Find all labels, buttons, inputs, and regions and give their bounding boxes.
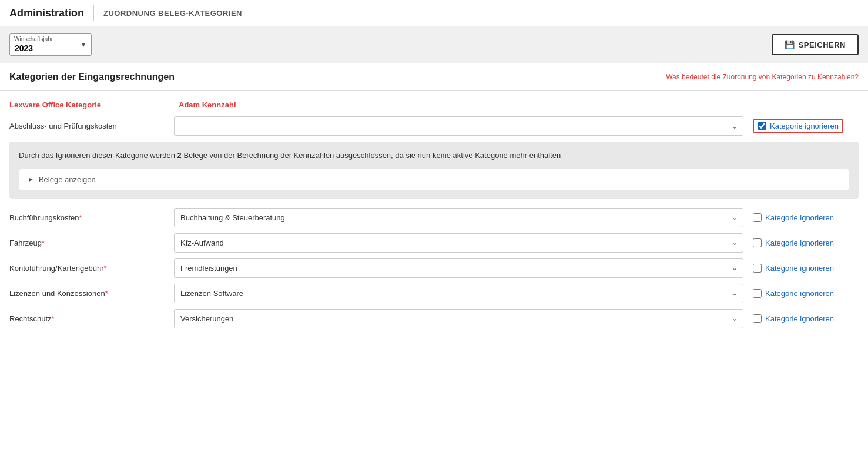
col-header-lexware: Lexware Office Kategorie: [9, 100, 174, 109]
ignore-checkbox-1[interactable]: [753, 213, 762, 222]
category-select-wrapper-3: Fremdleistungen Buchhaltung & Steuerbera…: [174, 258, 743, 278]
header-divider: [93, 5, 94, 21]
page-title: ZUORDNUNG BELEG-KATEGORIEN: [103, 9, 242, 18]
category-select-2[interactable]: Kfz-Aufwand Buchhaltung & Steuerberatung…: [174, 233, 743, 253]
category-select-wrapper-5: Versicherungen Buchhaltung & Steuerberat…: [174, 309, 743, 328]
toolbar: Wirtschaftsjahr 2021 2022 2023 2024 ▼ 💾 …: [0, 26, 868, 63]
ignore-checkbox-4[interactable]: [753, 289, 762, 298]
section-title: Kategorien der Eingangsrechnungen: [9, 72, 175, 82]
category-label-4: Lizenzen und Konzessionen*: [9, 289, 174, 298]
year-select-wrapper: Wirtschaftsjahr 2021 2022 2023 2024 ▼: [9, 33, 92, 56]
ignore-wrapper-4: Kategorie ignorieren: [753, 289, 859, 298]
chevron-right-icon: ►: [28, 176, 34, 183]
belege-toggle[interactable]: ► Belege anzeigen: [19, 169, 849, 190]
ignore-label-2[interactable]: Kategorie ignorieren: [765, 238, 834, 247]
category-select-5[interactable]: Versicherungen Buchhaltung & Steuerberat…: [174, 309, 743, 328]
category-select-wrapper-0: Buchhaltung & Steuerberatung Kfz-Aufwand…: [174, 116, 743, 136]
main-content: Kategorien der Eingangsrechnungen Was be…: [0, 63, 868, 344]
ignore-checkbox-0[interactable]: [758, 122, 766, 130]
category-row-2: Fahrzeug* Kfz-Aufwand Buchhaltung & Steu…: [9, 233, 859, 253]
ignore-checkbox-3[interactable]: [753, 264, 762, 273]
category-row-0: Abschluss- und Prüfungskosten Buchhaltun…: [9, 116, 859, 136]
category-label-1: Buchführungskosten*: [9, 213, 174, 222]
category-select-wrapper-4: Lizenzen Software Buchhaltung & Steuerbe…: [174, 284, 743, 303]
save-label: SPEICHERN: [799, 41, 846, 49]
column-headers: Lexware Office Kategorie Adam Kennzahl: [9, 100, 859, 116]
categories-area: Lexware Office Kategorie Adam Kennzahl A…: [0, 91, 868, 344]
category-row-1: Buchführungskosten* Buchhaltung & Steuer…: [9, 208, 859, 227]
col-header-adam: Adam Kennzahl: [179, 100, 859, 109]
info-box-text: Durch das Ignorieren dieser Kategorie we…: [19, 150, 849, 162]
ignore-label-5[interactable]: Kategorie ignorieren: [765, 314, 834, 323]
category-select-4[interactable]: Lizenzen Software Buchhaltung & Steuerbe…: [174, 284, 743, 303]
category-select-wrapper-2: Kfz-Aufwand Buchhaltung & Steuerberatung…: [174, 233, 743, 253]
year-label: Wirtschaftsjahr: [14, 36, 53, 42]
save-icon: 💾: [785, 40, 795, 49]
category-select-3[interactable]: Fremdleistungen Buchhaltung & Steuerbera…: [174, 258, 743, 278]
category-select-wrapper-1: Buchhaltung & Steuerberatung Kfz-Aufwand…: [174, 208, 743, 227]
category-label-5: Rechtschutz*: [9, 314, 174, 323]
belege-label: Belege anzeigen: [39, 175, 96, 184]
ignore-label-3[interactable]: Kategorie ignorieren: [765, 264, 834, 273]
ignore-wrapper-0: Kategorie ignorieren: [753, 119, 859, 133]
ignore-wrapper-2: Kategorie ignorieren: [753, 238, 859, 247]
ignore-label-4[interactable]: Kategorie ignorieren: [765, 289, 834, 298]
category-row-3: Kontoführung/Kartengebühr* Fremdleistung…: [9, 258, 859, 278]
category-select-0[interactable]: Buchhaltung & Steuerberatung Kfz-Aufwand…: [174, 116, 743, 136]
save-button[interactable]: 💾 SPEICHERN: [772, 34, 859, 55]
ignore-wrapper-1: Kategorie ignorieren: [753, 213, 859, 222]
ignore-highlighted-box-0: Kategorie ignorieren: [753, 119, 843, 133]
category-row-4: Lizenzen und Konzessionen* Lizenzen Soft…: [9, 284, 859, 303]
category-row-5: Rechtschutz* Versicherungen Buchhaltung …: [9, 309, 859, 328]
ignore-checkbox-2[interactable]: [753, 238, 762, 247]
ignore-wrapper-3: Kategorie ignorieren: [753, 264, 859, 273]
top-header: Administration ZUORDNUNG BELEG-KATEGORIE…: [0, 0, 868, 26]
ignore-label-0[interactable]: Kategorie ignorieren: [770, 122, 839, 130]
category-label-0: Abschluss- und Prüfungskosten: [9, 122, 174, 130]
ignore-label-1[interactable]: Kategorie ignorieren: [765, 213, 834, 222]
app-title: Administration: [9, 7, 84, 19]
help-link[interactable]: Was bedeutet die Zuordnung von Kategorie…: [666, 73, 859, 81]
ignore-wrapper-5: Kategorie ignorieren: [753, 314, 859, 323]
section-header: Kategorien der Eingangsrechnungen Was be…: [0, 63, 868, 91]
category-label-3: Kontoführung/Kartengebühr*: [9, 264, 174, 273]
info-box: Durch das Ignorieren dieser Kategorie we…: [9, 142, 859, 199]
category-select-1[interactable]: Buchhaltung & Steuerberatung Kfz-Aufwand…: [174, 208, 743, 227]
category-label-2: Fahrzeug*: [9, 238, 174, 247]
ignore-checkbox-5[interactable]: [753, 314, 762, 323]
